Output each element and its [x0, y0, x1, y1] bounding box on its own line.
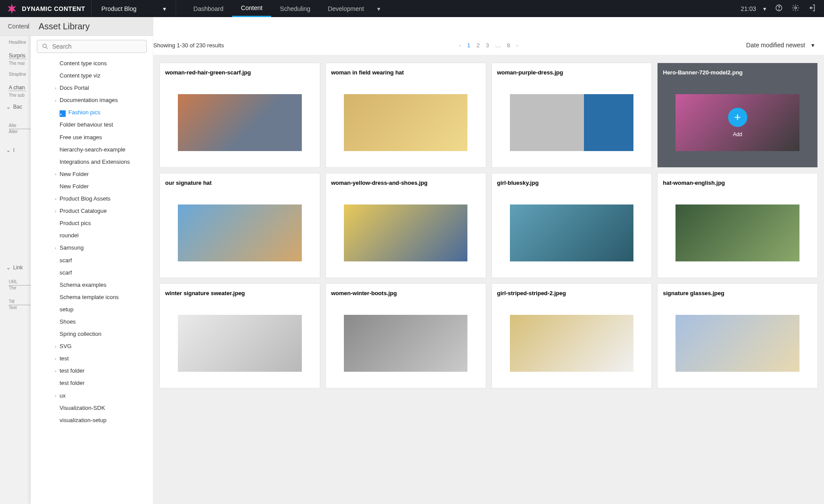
svg-marker-0 — [7, 4, 16, 14]
svg-point-3 — [795, 7, 797, 9]
brand-text: DYNAMIC CONTENT — [22, 5, 85, 12]
topbar-right: 21:03 ▾ — [741, 4, 824, 13]
top-navbar: DYNAMIC CONTENT Product Blog ▾ Dashboard… — [0, 0, 824, 17]
brand-area[interactable]: DYNAMIC CONTENT — [0, 0, 92, 17]
svg-point-2 — [779, 9, 779, 10]
chevron-down-icon: ▾ — [763, 5, 766, 12]
time-display: 21:03 — [741, 5, 756, 12]
tab-development[interactable]: Development ▾ — [319, 0, 389, 17]
tab-development-label: Development — [328, 5, 364, 12]
logout-icon[interactable] — [808, 4, 816, 13]
hub-selector[interactable]: Product Blog ▾ — [92, 0, 176, 17]
tab-dashboard[interactable]: Dashboard — [185, 0, 233, 17]
hub-name: Product Blog — [101, 5, 136, 12]
tab-scheduling[interactable]: Scheduling — [271, 0, 319, 17]
brand-logo-icon — [6, 3, 18, 14]
gear-icon[interactable] — [792, 4, 799, 13]
time-selector[interactable]: 21:03 ▾ — [741, 5, 766, 12]
chevron-down-icon: ▾ — [377, 5, 380, 12]
tab-content[interactable]: Content — [232, 0, 271, 17]
chevron-down-icon: ▾ — [163, 5, 166, 12]
main-nav: Dashboard Content Scheduling Development… — [185, 0, 389, 17]
help-icon[interactable] — [775, 4, 783, 13]
